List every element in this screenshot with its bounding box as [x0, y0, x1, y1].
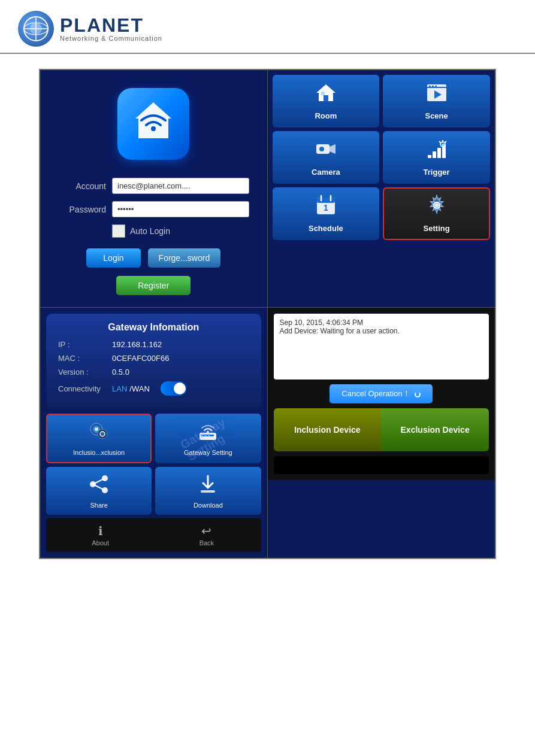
- login-button[interactable]: Login: [86, 248, 140, 268]
- menu-panel: Room Scene: [268, 70, 495, 308]
- svg-point-34: [435, 204, 438, 207]
- menu-label-camera: Camera: [312, 168, 340, 177]
- connectivity-label: Connectivity: [58, 384, 112, 393]
- gateway-setting-button[interactable]: Gateway Setting: [155, 414, 261, 463]
- about-label: About: [92, 539, 109, 546]
- svg-rect-19: [428, 155, 431, 158]
- svg-rect-21: [437, 148, 441, 158]
- logo-icon: [18, 11, 54, 47]
- svg-point-42: [201, 434, 203, 436]
- device-buttons: Inclusion Device Exclusion Device: [274, 408, 489, 451]
- back-icon: ↩: [201, 524, 211, 538]
- svg-rect-28: [317, 198, 335, 203]
- ip-row: IP : 192.168.1.162: [58, 340, 249, 349]
- mac-label: MAC :: [58, 354, 112, 363]
- inclusion-exclusion-icon: [88, 421, 110, 447]
- connectivity-toggle[interactable]: [161, 381, 187, 396]
- cancel-operation-button[interactable]: Cancel Operation！: [330, 384, 433, 403]
- inclusion-exclusion-button[interactable]: Inclusio...xclusion: [46, 414, 152, 463]
- menu-label-trigger: Trigger: [424, 168, 450, 177]
- house-wifi-icon: [129, 98, 177, 150]
- connectivity-wan: WAN: [132, 384, 150, 393]
- menu-grid: Room Scene: [273, 75, 491, 240]
- menu-label-schedule: Schedule: [309, 224, 343, 233]
- room-icon: [315, 82, 337, 108]
- svg-rect-9: [321, 92, 325, 95]
- svg-text:1: 1: [324, 203, 328, 212]
- menu-item-trigger[interactable]: Trigger: [383, 131, 490, 184]
- svg-rect-12: [429, 86, 431, 87]
- svg-line-26: [445, 141, 446, 143]
- password-row: Password: [58, 201, 249, 217]
- inclusion-device-button[interactable]: Inclusion Device: [274, 408, 382, 451]
- camera-icon: [315, 138, 337, 165]
- svg-point-18: [319, 147, 324, 151]
- trigger-icon: [426, 138, 448, 165]
- auto-login-label: Auto Login: [130, 226, 170, 236]
- download-icon: [197, 473, 219, 499]
- mac-value: 0CEFAFC00F66: [112, 354, 249, 363]
- menu-item-room[interactable]: Room: [273, 75, 380, 127]
- login-btn-row: Login Forge...sword: [58, 248, 249, 268]
- gateway-buttons-row2: Share Download: [46, 467, 261, 515]
- share-button[interactable]: Share: [46, 467, 152, 515]
- cancel-btn-row: Cancel Operation！: [274, 384, 489, 403]
- logo-subtitle: Networking & Communication: [60, 35, 162, 42]
- about-icon: ℹ: [98, 524, 103, 538]
- svg-rect-20: [433, 151, 436, 158]
- svg-rect-14: [435, 86, 437, 87]
- mac-row: MAC : 0CEFAFC00F66: [58, 354, 249, 363]
- schedule-icon: 1: [315, 195, 337, 221]
- version-value: 0.5.0: [112, 368, 249, 377]
- menu-item-camera[interactable]: Camera: [273, 131, 380, 184]
- version-row: Version : 0.5.0: [58, 368, 249, 377]
- log-line1: Sep 10, 2015, 4:06:34 PM: [280, 318, 483, 327]
- panel-grid: Account Password Auto Login Login Forge.…: [39, 69, 496, 559]
- share-icon: [88, 473, 110, 499]
- auto-login-checkbox[interactable]: [112, 224, 125, 238]
- svg-point-43: [204, 434, 207, 436]
- ip-value: 192.168.1.162: [112, 340, 249, 349]
- back-label: Back: [200, 539, 214, 546]
- svg-line-49: [93, 478, 105, 484]
- connectivity-row: Connectivity LAN / WAN: [58, 381, 249, 396]
- log-box: Sep 10, 2015, 4:06:34 PM Add Device: Wai…: [274, 314, 489, 379]
- password-label: Password: [58, 205, 106, 214]
- login-panel: Account Password Auto Login Login Forge.…: [40, 70, 268, 308]
- svg-point-45: [207, 431, 209, 433]
- back-button[interactable]: ↩ Back: [155, 521, 258, 549]
- forgot-password-button[interactable]: Forge...sword: [148, 248, 221, 268]
- logo-text-block: PLANET Networking & Communication: [60, 16, 162, 42]
- header: PLANET Networking & Communication: [0, 0, 535, 54]
- menu-item-setting[interactable]: Setting: [383, 187, 490, 240]
- svg-line-50: [93, 484, 105, 490]
- password-input[interactable]: [112, 201, 249, 217]
- svg-marker-17: [330, 144, 335, 154]
- inclusion-exclusion-label: Inclusio...xclusion: [73, 449, 125, 456]
- ip-label: IP :: [58, 340, 112, 349]
- gateway-setting-label: Gateway Setting: [184, 449, 232, 456]
- about-button[interactable]: ℹ About: [49, 521, 152, 549]
- device-ops-panel: Sep 10, 2015, 4:06:34 PM Add Device: Wai…: [268, 308, 495, 558]
- menu-item-schedule[interactable]: 1 Schedule: [273, 187, 380, 240]
- logo-title: PLANET: [60, 16, 162, 35]
- toggle-knob: [174, 382, 186, 394]
- register-button[interactable]: Register: [116, 276, 191, 295]
- account-input[interactable]: [112, 178, 249, 194]
- svg-line-25: [439, 141, 441, 143]
- device-panel-bottom: [274, 456, 489, 474]
- exclusion-device-button[interactable]: Exclusion Device: [381, 408, 489, 451]
- gateway-info-box: Gateway Infomation IP : 192.168.1.162 MA…: [46, 314, 261, 409]
- svg-rect-8: [324, 95, 328, 101]
- download-button[interactable]: Download: [155, 467, 261, 515]
- share-label: Share: [90, 502, 107, 509]
- log-line2: Add Device: Waiting for a user action.: [280, 327, 483, 335]
- app-icon: [117, 88, 189, 160]
- account-label: Account: [58, 181, 106, 191]
- connectivity-lan: LAN: [112, 384, 127, 393]
- gateway-title: Gateway Infomation: [58, 322, 249, 333]
- menu-item-scene[interactable]: Scene: [383, 75, 490, 127]
- download-label: Download: [194, 502, 223, 509]
- gateway-info-panel: Gateway Infomation IP : 192.168.1.162 MA…: [40, 308, 268, 558]
- svg-point-39: [100, 432, 105, 436]
